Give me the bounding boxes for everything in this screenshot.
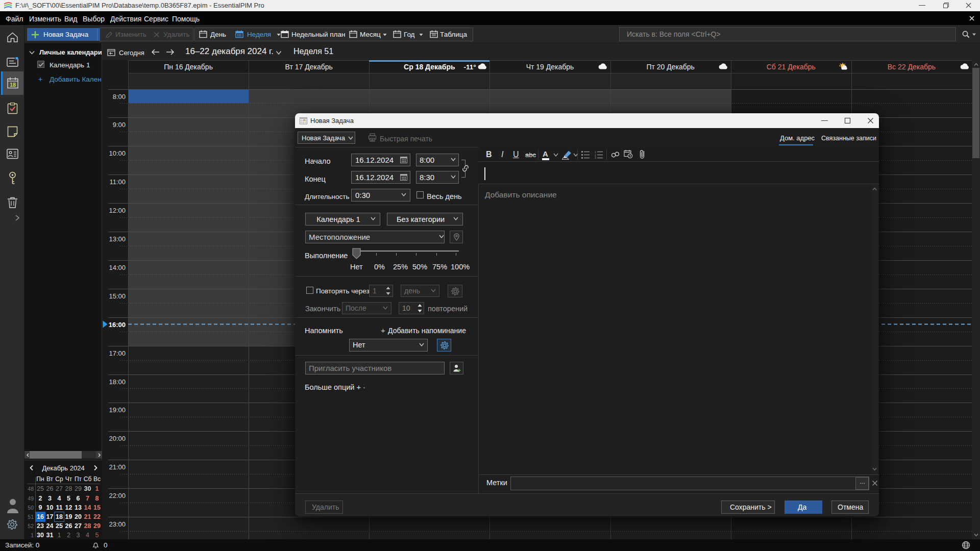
svg-text:3: 3 (595, 156, 596, 159)
svg-text:18: 18 (10, 82, 16, 88)
